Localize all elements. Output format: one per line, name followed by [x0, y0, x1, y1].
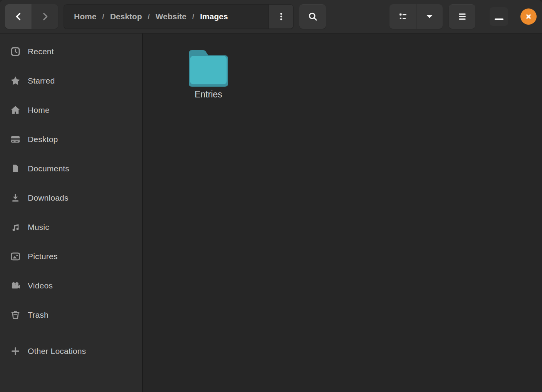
header-bar: Home / Desktop / Website / Images: [0, 0, 542, 34]
file-grid: Entries: [143, 34, 542, 392]
view-toggle-group: [389, 4, 443, 29]
file-name-label: Entries: [195, 89, 222, 100]
view-options-button[interactable]: [416, 4, 443, 29]
sidebar-item-recent[interactable]: Recent: [0, 37, 142, 66]
folder-item-entries[interactable]: Entries: [183, 45, 234, 100]
search-button[interactable]: [299, 4, 326, 29]
chevron-down-icon: [424, 11, 435, 22]
home-icon: [9, 104, 22, 116]
chevron-left-icon: [13, 11, 24, 22]
chevron-right-icon: [40, 11, 50, 22]
path-options-button[interactable]: [268, 5, 293, 28]
sidebar-item-label: Videos: [28, 281, 53, 290]
forward-button[interactable]: [32, 4, 58, 29]
video-camera-icon: [9, 280, 22, 292]
file-manager-window: Home / Desktop / Website / Images: [0, 0, 542, 392]
sidebar-item-desktop[interactable]: Desktop: [0, 125, 142, 154]
breadcrumb-item-website[interactable]: Website: [153, 12, 190, 21]
sidebar-item-label: Music: [28, 223, 49, 232]
sidebar-item-label: Desktop: [28, 135, 58, 144]
document-icon: [9, 162, 22, 175]
app-body: Recent Starred Home: [0, 34, 542, 392]
sidebar-separator: [0, 333, 142, 333]
sidebar-item-label: Trash: [28, 310, 49, 320]
folder-icon: [187, 45, 230, 87]
sidebar-item-label: Downloads: [28, 193, 69, 203]
sidebar-item-label: Other Locations: [28, 347, 86, 356]
sidebar-item-starred[interactable]: Starred: [0, 66, 142, 95]
trash-icon: [9, 309, 22, 321]
picture-icon: [9, 250, 22, 263]
desktop-icon: [9, 133, 22, 146]
star-icon: [9, 75, 22, 87]
sidebar: Recent Starred Home: [0, 34, 143, 392]
path-bar: Home / Desktop / Website / Images: [64, 4, 294, 29]
breadcrumb-separator: /: [99, 12, 107, 21]
breadcrumb-separator: /: [190, 12, 197, 21]
sidebar-item-label: Pictures: [28, 252, 57, 261]
sidebar-item-label: Home: [28, 106, 50, 115]
nav-button-group: [5, 4, 58, 29]
sidebar-item-pictures[interactable]: Pictures: [0, 242, 142, 271]
search-icon: [307, 11, 319, 22]
breadcrumb-item-images-current[interactable]: Images: [197, 12, 231, 21]
music-note-icon: [9, 221, 22, 233]
sidebar-item-label: Documents: [28, 164, 69, 173]
sidebar-item-label: Starred: [28, 76, 55, 85]
back-button[interactable]: [5, 4, 32, 29]
list-view-icon: [398, 11, 408, 22]
sidebar-item-downloads[interactable]: Downloads: [0, 183, 142, 213]
sidebar-item-other-locations[interactable]: Other Locations: [0, 337, 142, 366]
minimize-button[interactable]: [490, 7, 508, 26]
breadcrumb: Home / Desktop / Website / Images: [64, 5, 268, 28]
main-menu-button[interactable]: [449, 4, 475, 29]
sidebar-item-trash[interactable]: Trash: [0, 300, 142, 330]
sidebar-item-videos[interactable]: Videos: [0, 271, 142, 300]
breadcrumb-separator: /: [145, 12, 153, 21]
list-view-button[interactable]: [389, 4, 416, 29]
sidebar-item-documents[interactable]: Documents: [0, 154, 142, 183]
sidebar-item-label: Recent: [28, 47, 54, 56]
hamburger-menu-icon: [457, 11, 468, 22]
minimize-icon: [495, 18, 503, 20]
breadcrumb-item-home[interactable]: Home: [71, 12, 99, 21]
kebab-menu-icon: [276, 12, 286, 22]
plus-icon: [9, 345, 22, 357]
sidebar-item-home[interactable]: Home: [0, 95, 142, 125]
breadcrumb-item-desktop[interactable]: Desktop: [107, 12, 145, 21]
close-icon: [524, 12, 533, 21]
close-button[interactable]: [520, 8, 537, 25]
download-icon: [9, 192, 22, 204]
sidebar-item-music[interactable]: Music: [0, 213, 142, 242]
clock-icon: [9, 45, 22, 58]
